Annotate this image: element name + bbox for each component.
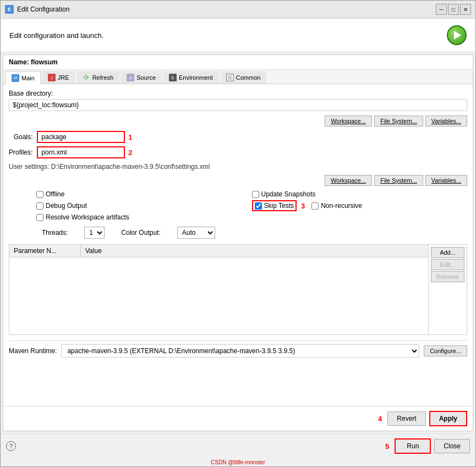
tab-jre-label: JRE (58, 74, 69, 81)
name-label: Name: (9, 58, 29, 66)
variables-button-2[interactable]: Variables... (425, 175, 467, 186)
goals-input[interactable] (37, 131, 125, 143)
main-window: E Edit Configuration ─ □ ✕ Edit configur… (0, 0, 476, 467)
offline-label: Offline (46, 190, 64, 198)
apply-annotation: 4 (378, 415, 382, 423)
non-recursive-checkbox[interactable] (311, 202, 319, 210)
update-snapshots-row: Update Snapshots (252, 190, 468, 198)
filesystem-label-2: File System... (380, 177, 417, 184)
watermark: CSDN @little-monster (1, 458, 475, 466)
maven-runtime-label: Maven Runtime: (9, 347, 57, 355)
tab-env-label: Environment (179, 74, 213, 81)
threads-color-row: Threads: 1 2 4 Color Output: Auto Always… (42, 227, 467, 239)
params-table: Parameter N... Value (9, 245, 428, 334)
tab-common-label: Common (236, 74, 261, 81)
maven-runtime-select[interactable]: apache-maven-3.9.5 (EXTERNAL D:\Environm… (61, 344, 419, 358)
revert-button[interactable]: Revert (387, 411, 425, 426)
tab-common[interactable]: □ Common (220, 71, 267, 84)
resolve-workspace-checkbox[interactable] (36, 214, 43, 221)
refresh-tab-icon: ⟳ (83, 74, 90, 81)
base-directory-section: Base directory: (9, 90, 467, 111)
offline-row: Offline (36, 190, 252, 198)
variables-label-2: Variables... (431, 177, 461, 184)
workspace-label-1: Workspace... (331, 118, 366, 124)
env-tab-icon: E (169, 74, 177, 81)
title-controls: ─ □ ✕ (436, 4, 471, 15)
skip-tests-label: Skip Tests (264, 202, 294, 210)
close-button[interactable]: ✕ (460, 4, 471, 15)
workspace-button-1[interactable]: Workspace... (325, 116, 372, 127)
tab-main[interactable]: M Main (6, 71, 41, 84)
content-area: Name: flowsum M Main J JRE ⟳ Refresh S S… (3, 54, 473, 431)
profiles-annotation: 2 (128, 149, 132, 157)
footer-buttons: 5 Run Close (385, 438, 470, 454)
skip-tests-annotation: 3 (301, 202, 305, 210)
threads-label: Threads: (42, 229, 68, 237)
user-settings-value: D:\Environment\apache-maven-3.9.5\conf\s… (51, 163, 210, 171)
close-dialog-button[interactable]: Close (434, 439, 470, 453)
main-tab-icon: M (12, 74, 19, 82)
name-bar: Name: flowsum (3, 55, 473, 70)
common-tab-icon: □ (226, 74, 234, 81)
add-param-button[interactable]: Add... (431, 247, 464, 258)
maven-runtime-row: Maven Runtime: apache-maven-3.9.5 (EXTER… (9, 340, 467, 361)
minimize-button[interactable]: ─ (436, 4, 447, 15)
maximize-button[interactable]: □ (448, 4, 459, 15)
tab-refresh[interactable]: ⟳ Refresh (76, 71, 120, 84)
remove-param-button[interactable]: Remove (431, 271, 464, 282)
app-icon: E (5, 5, 14, 14)
params-buttons: Add... Edit... Remove (428, 245, 467, 334)
non-recursive-label: Non-recursive (321, 202, 362, 210)
profiles-input[interactable] (37, 146, 125, 158)
tab-source[interactable]: S Source (121, 71, 162, 84)
window-title: Edit Configuration (17, 6, 69, 13)
source-tab-icon: S (127, 74, 134, 81)
param-value-col-header: Value (81, 245, 428, 257)
offline-checkbox[interactable] (36, 191, 43, 198)
tab-environment[interactable]: E Environment (163, 71, 219, 84)
button-row-2: Workspace... File System... Variables... (9, 175, 467, 186)
title-bar: E Edit Configuration ─ □ ✕ (1, 1, 475, 19)
color-output-select[interactable]: Auto Always Never (177, 227, 215, 239)
tabs-container: M Main J JRE ⟳ Refresh S Source E Enviro… (3, 70, 473, 84)
variables-button-1[interactable]: Variables... (425, 116, 467, 127)
filesystem-button-1[interactable]: File System... (374, 116, 423, 127)
name-value: flowsum (31, 58, 58, 66)
params-header: Parameter N... Value (9, 245, 428, 257)
resolve-workspace-row: Resolve Workspace artifacts (36, 213, 252, 221)
tab-jre[interactable]: J JRE (42, 71, 75, 84)
run-icon[interactable] (447, 25, 467, 45)
filesystem-button-2[interactable]: File System... (374, 175, 423, 186)
param-name-col-header: Parameter N... (9, 245, 81, 257)
help-icon[interactable]: ? (6, 441, 16, 451)
debug-output-checkbox[interactable] (36, 202, 43, 210)
tab-main-label: Main (21, 75, 35, 81)
update-snapshots-checkbox[interactable] (252, 191, 259, 198)
tab-source-label: Source (136, 74, 156, 81)
run-button[interactable]: Run (395, 438, 431, 454)
base-dir-label: Base directory: (9, 90, 467, 97)
play-triangle (454, 31, 461, 40)
skip-tests-checkbox[interactable] (255, 202, 262, 210)
color-output-label: Color Output: (121, 229, 160, 237)
skip-tests-box: Skip Tests (252, 200, 297, 211)
threads-select[interactable]: 1 2 4 (84, 227, 105, 239)
workspace-label-2: Workspace... (331, 177, 366, 184)
variables-label-1: Variables... (431, 118, 461, 124)
apply-button[interactable]: Apply (429, 411, 467, 426)
params-body (9, 257, 428, 334)
configure-button[interactable]: Configure... (424, 345, 467, 356)
user-settings-label: User settings: (9, 163, 49, 171)
base-dir-input[interactable] (9, 99, 467, 111)
profiles-label: Profiles: (9, 149, 32, 156)
workspace-button-2[interactable]: Workspace... (325, 175, 372, 186)
run-annotation: 5 (385, 442, 389, 450)
jre-tab-icon: J (48, 74, 56, 81)
edit-param-button[interactable]: Edit... (431, 259, 464, 270)
footer-row: ? 5 Run Close (1, 433, 475, 458)
skip-tests-row: Skip Tests 3 Non-recursive (252, 200, 468, 211)
params-section: Parameter N... Value Add... Edit... Remo… (9, 244, 467, 335)
main-panel: Base directory: Workspace... File System… (3, 84, 473, 406)
title-bar-left: E Edit Configuration (5, 5, 69, 14)
update-snapshots-label: Update Snapshots (261, 190, 316, 198)
